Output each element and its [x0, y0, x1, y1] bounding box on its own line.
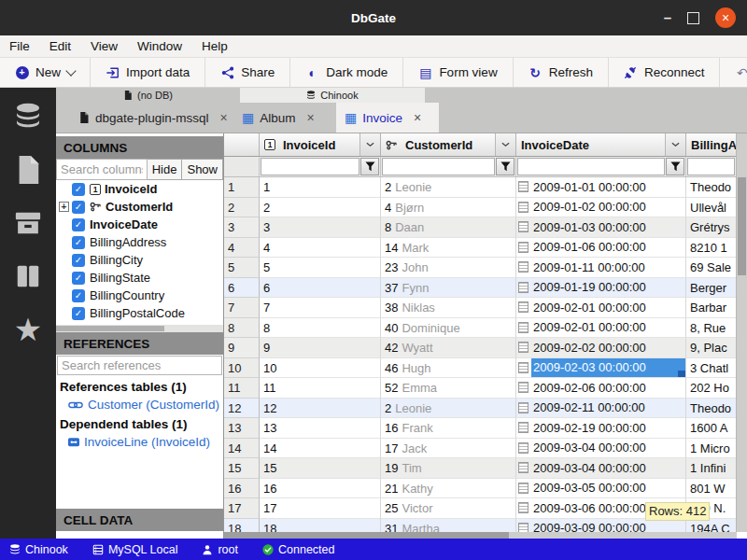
cell-billingaddress[interactable]: 202 Ho: [686, 378, 737, 399]
scrollbar-thumb[interactable]: [224, 532, 509, 539]
row-number[interactable]: 9: [224, 338, 260, 358]
cell-invoiceid[interactable]: 17: [260, 498, 381, 519]
cell-invoiceid[interactable]: 9: [260, 338, 381, 358]
cell-billingaddress[interactable]: Theodo: [686, 399, 737, 419]
cell-invoicedate[interactable]: 2009-03-05 00:00:00: [516, 479, 686, 499]
cell-billingaddress[interactable]: 1 Infini: [686, 458, 737, 479]
filter-button[interactable]: [496, 158, 514, 175]
cell-invoiceid[interactable]: 5: [260, 258, 381, 278]
filter-input[interactable]: [687, 158, 735, 175]
row-number[interactable]: 8: [224, 318, 260, 339]
minimize-button[interactable]: –: [664, 13, 671, 22]
toolbar-button-form-view[interactable]: ▤Form view: [403, 58, 513, 87]
column-checkbox[interactable]: ✓: [72, 289, 85, 302]
cell-invoicedate[interactable]: 2009-02-19 00:00:00: [516, 418, 686, 439]
cell-customerid[interactable]: 37Fynn: [381, 278, 516, 299]
cell-invoiceid[interactable]: 10: [260, 358, 381, 379]
filter-button[interactable]: [666, 158, 684, 175]
column-checkbox[interactable]: ✓: [72, 272, 85, 285]
cell-customerid[interactable]: 52Emma: [381, 378, 516, 399]
cell-customerid[interactable]: 42Wyatt: [381, 338, 516, 358]
row-number[interactable]: 3: [224, 217, 260, 238]
cell-customerid[interactable]: 17Jack: [381, 439, 516, 459]
column-checkbox[interactable]: ✓: [72, 218, 85, 231]
selection-drag-handle[interactable]: [678, 371, 685, 378]
cell-invoicedate[interactable]: 2009-02-01 00:00:00: [516, 318, 686, 339]
row-number[interactable]: 5: [224, 258, 260, 278]
sidebar-archive-icon[interactable]: [13, 208, 43, 238]
expand-icon[interactable]: +: [59, 202, 69, 212]
row-number[interactable]: 6: [224, 278, 260, 299]
cell-invoiceid[interactable]: 2: [260, 198, 381, 218]
toolbar-button-share[interactable]: Share: [205, 58, 290, 87]
cell-customerid[interactable]: 14Mark: [381, 238, 516, 259]
row-number[interactable]: 14: [224, 439, 260, 459]
cell-billingaddress[interactable]: 801 W: [686, 479, 737, 499]
column-checkbox[interactable]: ✓: [72, 236, 85, 249]
column-checkbox[interactable]: ✓: [72, 254, 85, 267]
cell-invoiceid[interactable]: 6: [260, 278, 381, 299]
columns-horizontal-scrollbar[interactable]: [56, 325, 223, 332]
menu-item-help[interactable]: Help: [202, 39, 228, 53]
cell-billingaddress[interactable]: Barbar: [686, 298, 737, 318]
cell-invoiceid[interactable]: 3: [260, 217, 381, 238]
column-header-invoiceid[interactable]: 1InvoiceId: [260, 133, 381, 157]
cell-invoicedate[interactable]: 2009-02-01 00:00:00: [516, 298, 686, 318]
cell-invoiceid[interactable]: 11: [260, 378, 381, 399]
cell-customerid[interactable]: 4Bjørn: [381, 198, 516, 218]
column-checkbox[interactable]: ✓: [72, 201, 85, 214]
sidebar-star-icon[interactable]: ★: [13, 315, 43, 344]
toolbar-button-refresh[interactable]: ↻Refresh: [514, 58, 609, 87]
cell-invoiceid[interactable]: 1: [260, 177, 381, 198]
statusbar-chinook[interactable]: Chinook: [9, 543, 68, 556]
row-number[interactable]: 16: [224, 479, 260, 499]
menu-item-edit[interactable]: Edit: [49, 39, 71, 53]
cell-billingaddress[interactable]: 69 Sale: [686, 258, 737, 278]
cell-invoiceid[interactable]: 14: [260, 439, 381, 459]
reference-link[interactable]: InvoiceLine (InvoiceId): [56, 432, 223, 452]
cell-invoiceid[interactable]: 7: [260, 298, 381, 318]
cell-invoicedate[interactable]: 2009-01-02 00:00:00: [516, 198, 686, 218]
cell-billingaddress[interactable]: 8210 1: [686, 238, 737, 259]
row-number[interactable]: 11: [224, 378, 260, 399]
references-search-input[interactable]: [57, 356, 222, 375]
cell-billingaddress[interactable]: Grétrys: [686, 217, 737, 238]
row-number[interactable]: 1: [224, 177, 260, 198]
toolbar-button-import-data[interactable]: Import data: [91, 58, 205, 87]
toolbar-button-undo[interactable]: ↶Undo: [720, 58, 747, 87]
close-button[interactable]: ×: [715, 7, 736, 28]
tab-dbgate-plugin-mssql[interactable]: dbgate-plugin-mssql×: [70, 103, 229, 133]
filter-input[interactable]: [261, 158, 359, 175]
cell-customerid[interactable]: 8Daan: [381, 217, 516, 238]
cell-invoiceid[interactable]: 13: [260, 418, 381, 439]
cell-invoicedate[interactable]: 2009-01-06 00:00:00: [516, 238, 686, 259]
cell-billingaddress[interactable]: 3 Chatl: [686, 358, 737, 379]
tab-close-icon[interactable]: ×: [307, 110, 315, 125]
row-number[interactable]: 2: [224, 198, 260, 218]
cell-billingaddress[interactable]: Berger: [686, 278, 737, 299]
horizontal-scrollbar[interactable]: [224, 532, 737, 539]
cell-customerid[interactable]: 2Leonie: [381, 399, 516, 419]
row-number[interactable]: 4: [224, 238, 260, 259]
row-number[interactable]: 10: [224, 358, 260, 379]
row-number[interactable]: 7: [224, 298, 260, 318]
cell-invoicedate[interactable]: 2009-02-06 00:00:00: [516, 378, 686, 399]
cell-customerid[interactable]: 38Niklas: [381, 298, 516, 318]
row-number[interactable]: 15: [224, 458, 260, 479]
cell-invoiceid[interactable]: 16: [260, 479, 381, 499]
cell-customerid[interactable]: 16Frank: [381, 418, 516, 439]
cell-customerid[interactable]: 25Victor: [381, 498, 516, 519]
cell-billingaddress[interactable]: Ullevål: [686, 198, 737, 218]
cell-customerid[interactable]: 19Tim: [381, 458, 516, 479]
menu-item-file[interactable]: File: [9, 39, 30, 53]
cell-customerid[interactable]: 40Dominique: [381, 318, 516, 339]
row-number[interactable]: 17: [224, 498, 260, 519]
filter-input[interactable]: [382, 158, 495, 175]
cell-customerid[interactable]: 21Kathy: [381, 479, 516, 499]
cell-customerid[interactable]: 46Hugh: [381, 358, 516, 379]
cell-billingaddress[interactable]: 8, Rue: [686, 318, 737, 339]
cell-billingaddress[interactable]: 1 Micro: [686, 439, 737, 459]
menu-item-view[interactable]: View: [91, 39, 118, 53]
scrollbar-thumb[interactable]: [56, 326, 164, 331]
cell-invoicedate[interactable]: 2009-02-11 00:00:00: [516, 399, 686, 419]
